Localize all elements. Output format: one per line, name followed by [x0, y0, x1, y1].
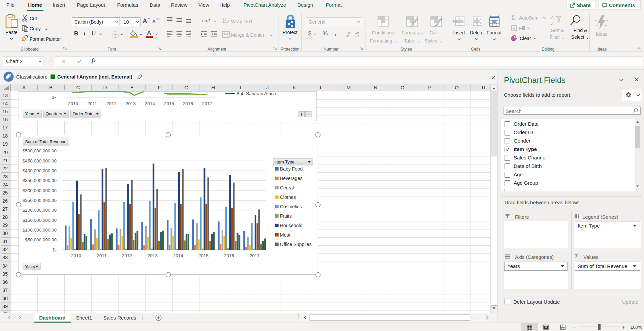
- svg-text:2011: 2011: [87, 101, 97, 106]
- svg-text:O: O: [400, 85, 405, 90]
- svg-text:20: 20: [2, 150, 8, 155]
- svg-text:G: G: [184, 85, 188, 90]
- svg-text:Baby Food: Baby Food: [280, 166, 303, 172]
- svg-text:Cereal: Cereal: [280, 185, 294, 190]
- svg-text:22: 22: [2, 166, 8, 171]
- svg-text:2016: 2016: [183, 101, 193, 106]
- svg-text:F: F: [158, 85, 161, 90]
- svg-text:26: 26: [2, 198, 8, 204]
- svg-text:R: R: [482, 85, 486, 90]
- svg-text:$350,000,000.00: $350,000,000.00: [23, 178, 57, 183]
- svg-text:B: B: [49, 85, 53, 90]
- svg-text:$50,000,000.00: $50,000,000.00: [25, 237, 57, 242]
- svg-text:2015: 2015: [164, 101, 174, 106]
- svg-text:ab: ab: [223, 18, 227, 21]
- svg-text:Cosmetics: Cosmetics: [280, 204, 302, 209]
- svg-text:39: 39: [2, 304, 8, 309]
- svg-text:ab: ab: [202, 18, 207, 23]
- svg-text:2011: 2011: [97, 253, 106, 258]
- svg-text:C: C: [76, 85, 80, 90]
- svg-text:2013: 2013: [126, 101, 136, 106]
- svg-text:→0: →0: [355, 35, 359, 38]
- svg-text:A: A: [551, 16, 554, 20]
- svg-text:Item Type: Item Type: [276, 159, 295, 164]
- svg-text:$250,000,000.00: $250,000,000.00: [23, 198, 57, 203]
- svg-text:18: 18: [2, 133, 8, 139]
- svg-text:2014: 2014: [173, 253, 184, 258]
- svg-text:D: D: [103, 85, 107, 90]
- svg-text:21: 21: [2, 158, 8, 163]
- svg-text:$100,000,000.00: $100,000,000.00: [23, 228, 57, 233]
- svg-text:$300,000,000.00: $300,000,000.00: [23, 188, 57, 193]
- svg-text:2012: 2012: [106, 101, 117, 106]
- svg-text:Order Date: Order Date: [73, 112, 94, 116]
- svg-text:Z: Z: [551, 21, 553, 26]
- svg-text:$-: $-: [53, 247, 57, 252]
- svg-text:25: 25: [2, 190, 8, 195]
- svg-text:$450,000,000.00: $450,000,000.00: [23, 158, 57, 163]
- svg-text:28: 28: [2, 214, 8, 220]
- svg-text:23: 23: [2, 174, 8, 179]
- svg-text:2017: 2017: [202, 101, 212, 106]
- svg-text:Sub-Saharan Africa: Sub-Saharan Africa: [236, 91, 276, 96]
- svg-text:$-: $-: [52, 95, 56, 100]
- svg-text:Household: Household: [280, 223, 302, 228]
- svg-text:31: 31: [2, 239, 8, 244]
- svg-text:L: L: [320, 85, 323, 90]
- svg-text:15: 15: [2, 109, 8, 114]
- svg-text:E: E: [130, 85, 134, 90]
- svg-text:32: 32: [2, 247, 8, 252]
- svg-text:Beverages: Beverages: [280, 176, 302, 181]
- svg-text:J: J: [266, 85, 269, 90]
- svg-text:36: 36: [2, 279, 8, 285]
- svg-text:13: 13: [2, 93, 8, 98]
- svg-text:K: K: [293, 85, 296, 90]
- svg-text:33: 33: [2, 255, 8, 260]
- svg-text:Meat: Meat: [280, 232, 290, 238]
- svg-text:A: A: [22, 85, 26, 90]
- svg-text:$400,000,000.00: $400,000,000.00: [23, 168, 57, 173]
- svg-text:Fruits: Fruits: [280, 213, 292, 219]
- svg-text:27: 27: [2, 206, 8, 212]
- svg-text:38: 38: [2, 296, 8, 301]
- svg-text:Quarters: Quarters: [46, 112, 62, 116]
- svg-text:N: N: [374, 85, 378, 90]
- svg-text:30: 30: [2, 231, 8, 236]
- svg-text:←0: ←0: [346, 31, 350, 34]
- svg-text:29: 29: [2, 222, 8, 228]
- svg-text:14: 14: [2, 101, 8, 106]
- svg-text:Q: Q: [455, 85, 459, 90]
- svg-text:2010: 2010: [68, 101, 78, 106]
- svg-text:37: 37: [2, 288, 8, 293]
- svg-text:.00: .00: [355, 31, 359, 34]
- svg-text:Years: Years: [25, 265, 35, 269]
- svg-text:2012: 2012: [122, 253, 132, 258]
- svg-text:35: 35: [2, 271, 8, 277]
- svg-text:2014: 2014: [145, 101, 155, 106]
- svg-text:2017: 2017: [250, 253, 260, 258]
- svg-text:2010: 2010: [71, 253, 81, 258]
- svg-text:Sum of Total Revenue: Sum of Total Revenue: [25, 140, 67, 144]
- svg-text:Office Supplies: Office Supplies: [280, 242, 312, 247]
- svg-text:.00: .00: [346, 35, 350, 38]
- svg-text:P: P: [428, 85, 431, 90]
- svg-text:H: H: [212, 85, 215, 90]
- svg-text:34: 34: [2, 263, 8, 269]
- svg-text:Clothes: Clothes: [280, 194, 296, 200]
- svg-text:Years: Years: [25, 112, 35, 116]
- svg-text:2015: 2015: [198, 253, 208, 258]
- svg-text:$200,000,000.00: $200,000,000.00: [23, 208, 57, 213]
- svg-text:2016: 2016: [224, 253, 234, 258]
- svg-text:I: I: [240, 85, 241, 90]
- svg-text:M: M: [347, 85, 351, 90]
- svg-text:2013: 2013: [148, 253, 158, 258]
- svg-text:19: 19: [2, 141, 8, 147]
- svg-text:24: 24: [2, 182, 8, 187]
- svg-text:$150,000,000.00: $150,000,000.00: [23, 218, 57, 223]
- svg-text:16: 16: [2, 117, 8, 122]
- svg-text:$500,000,000.00: $500,000,000.00: [23, 148, 57, 153]
- svg-text:17: 17: [2, 125, 8, 130]
